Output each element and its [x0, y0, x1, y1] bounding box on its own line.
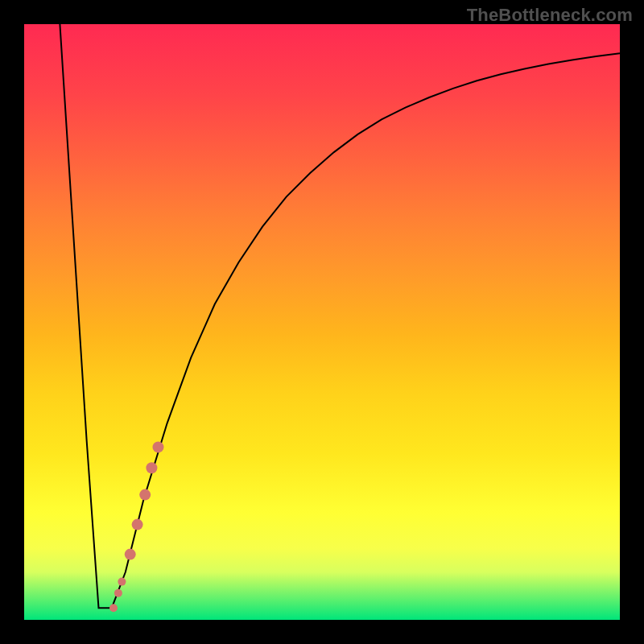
highlight-dot [146, 462, 157, 473]
highlight-dot [125, 549, 136, 560]
highlight-dot [114, 589, 122, 597]
highlight-dot [139, 489, 151, 501]
highlight-dot [132, 519, 143, 530]
highlight-dot [109, 604, 118, 612]
plot-area [24, 24, 620, 620]
highlight-dot [153, 441, 164, 452]
bottleneck-curve [60, 24, 620, 608]
attribution-text: TheBottleneck.com [467, 5, 633, 26]
highlight-dot [118, 578, 126, 586]
curve-svg [24, 24, 620, 620]
data-dots [109, 441, 164, 612]
chart-frame: TheBottleneck.com [0, 0, 644, 644]
